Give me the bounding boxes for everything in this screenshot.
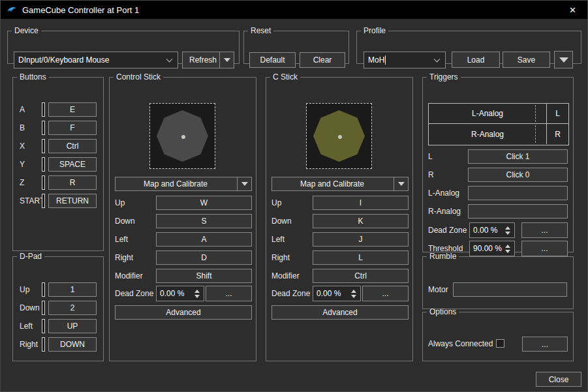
trigger-l-analog-mapping[interactable] [468, 186, 568, 200]
c-stick-right-mapping[interactable]: L [313, 250, 409, 265]
button-a-state-indicator [42, 102, 45, 117]
dpad-up-state-indicator [42, 282, 45, 297]
control-stick-deadzone-label: Dead Zone [115, 286, 153, 301]
button-start-mapping[interactable]: RETURN [48, 194, 97, 208]
control-stick-modifier-label: Modifier [115, 269, 143, 283]
spin-up-icon[interactable] [505, 245, 510, 248]
profile-save-button[interactable]: Save [503, 52, 550, 68]
triggers-group-title: Triggers [427, 72, 461, 82]
c-stick-map-calibrate-button[interactable]: Map and Calibrate [271, 177, 409, 191]
c-stick-up-label: Up [271, 196, 281, 210]
l-digital-indicator: L [546, 104, 568, 123]
control-stick-deadzone-more-button[interactable]: ... [206, 286, 252, 301]
button-x-mapping[interactable]: Ctrl [48, 139, 97, 153]
dpad-down-mapping[interactable]: 2 [48, 301, 97, 315]
c-stick-deadzone-value: 0.00 % [317, 289, 341, 298]
button-z-state-indicator [42, 175, 45, 190]
l-analog-indicator-row: L-Analog L [429, 104, 568, 124]
control-stick-visualizer [149, 103, 215, 169]
dpad-up-mapping[interactable]: 1 [48, 282, 97, 297]
control-stick-left-label: Left [115, 232, 128, 247]
trigger-r-analog-mapping[interactable] [468, 204, 568, 219]
control-stick-modifier-mapping[interactable]: Shift [156, 269, 252, 283]
c-stick-advanced-button[interactable]: Advanced [271, 305, 409, 320]
spin-up-icon[interactable] [194, 290, 200, 293]
close-icon[interactable]: ✕ [558, 1, 587, 19]
trigger-deadzone-spinbox[interactable]: 0.00 % [469, 222, 515, 238]
rumble-motor-mapping[interactable] [453, 282, 567, 297]
button-b-mapping[interactable]: F [48, 121, 97, 135]
profile-group-title: Profile [361, 26, 388, 35]
trigger-analog-indicator: L-Analog L R-Analog R [428, 103, 569, 145]
rumble-motor-label: Motor [428, 282, 448, 297]
default-button[interactable]: Default [249, 52, 296, 68]
clear-button[interactable]: Clear [300, 52, 345, 68]
dpad-right-state-indicator [42, 337, 45, 352]
c-stick-deadzone-more-button[interactable]: ... [362, 286, 409, 301]
trigger-deadzone-value: 0.00 % [473, 226, 497, 235]
control-stick-map-calibrate-button[interactable]: Map and Calibrate [115, 177, 252, 191]
control-stick-group: Control Stick Map and Calibrate Up W Dow… [109, 72, 256, 361]
dpad-group-title: D-Pad [17, 252, 44, 261]
trigger-deadzone-label: Dead Zone [428, 223, 467, 237]
control-stick-position-dot [181, 135, 185, 139]
control-stick-advanced-button[interactable]: Advanced [115, 305, 252, 320]
trigger-l-mapping[interactable]: Click 1 [468, 149, 568, 164]
map-calibrate-dropdown-arrow-icon[interactable] [394, 177, 408, 190]
titlebar: GameCube Controller at Port 1 ✕ [1, 1, 587, 19]
refresh-button[interactable]: Refresh [182, 52, 234, 68]
refresh-dropdown-arrow-icon[interactable] [219, 52, 234, 68]
button-b-label: B [20, 121, 25, 135]
control-stick-up-mapping[interactable]: W [156, 196, 252, 210]
button-start-label: START [20, 194, 44, 208]
c-stick-left-mapping[interactable]: J [313, 232, 409, 247]
control-stick-group-title: Control Stick [114, 72, 163, 82]
spin-down-icon[interactable] [351, 295, 356, 298]
dpad-right-label: Right [20, 337, 38, 352]
c-stick-deadzone-spinbox[interactable]: 0.00 % [313, 286, 361, 301]
options-more-button[interactable]: ... [522, 337, 568, 352]
control-stick-right-mapping[interactable]: D [156, 250, 252, 265]
threshold-marker [535, 105, 536, 122]
reset-group: Reset Default Clear [243, 26, 349, 64]
profile-dropdown-button[interactable] [554, 51, 573, 68]
c-stick-position-dot [338, 135, 342, 139]
dpad-down-label: Down [20, 301, 40, 315]
c-stick-group: C Stick Map and Calibrate Up I Down K Le… [266, 72, 413, 361]
trigger-r-mapping[interactable]: Click 0 [468, 168, 568, 182]
c-stick-group-title: C Stick [270, 72, 300, 82]
always-connected-checkbox[interactable] [496, 339, 504, 348]
dpad-left-mapping[interactable]: UP [48, 319, 97, 333]
spin-up-icon[interactable] [351, 290, 356, 293]
button-z-mapping[interactable]: R [48, 175, 97, 190]
options-group-title: Options [427, 307, 459, 316]
c-stick-modifier-mapping[interactable]: Ctrl [313, 269, 409, 283]
control-stick-down-mapping[interactable]: S [156, 214, 252, 228]
spin-down-icon[interactable] [194, 295, 200, 298]
trigger-deadzone-more-button[interactable]: ... [521, 222, 568, 238]
dpad-right-mapping[interactable]: DOWN [48, 337, 97, 352]
button-y-mapping[interactable]: SPACE [48, 157, 97, 172]
control-stick-right-label: Right [115, 250, 133, 265]
c-stick-down-mapping[interactable]: K [313, 214, 409, 228]
buttons-group: Buttons A E B F X Ctrl Y SPACE Z R START… [12, 72, 104, 251]
profile-load-button[interactable]: Load [452, 52, 500, 68]
spin-down-icon[interactable] [505, 232, 510, 235]
always-connected-label: Always Connected [428, 337, 493, 351]
map-calibrate-dropdown-arrow-icon[interactable] [237, 177, 251, 190]
c-stick-up-mapping[interactable]: I [313, 196, 409, 210]
control-stick-deadzone-spinbox[interactable]: 0.00 % [156, 286, 204, 301]
dpad-group: D-Pad Up 1 Down 2 Left UP Right DOWN [12, 252, 104, 361]
chevron-down-icon [434, 56, 441, 63]
button-a-mapping[interactable]: E [48, 102, 97, 117]
control-stick-up-label: Up [115, 196, 125, 210]
rumble-group-title: Rumble [427, 252, 459, 261]
device-combobox[interactable]: DInput/0/Keyboard Mouse [14, 52, 178, 68]
profile-combobox[interactable]: MoH [364, 52, 446, 68]
r-analog-indicator-row: R-Analog R [429, 124, 568, 144]
spin-up-icon[interactable] [505, 226, 510, 230]
gamecube-controller-dialog: GameCube Controller at Port 1 ✕ Device D… [0, 0, 588, 392]
close-button[interactable]: Close [536, 372, 581, 387]
control-stick-left-mapping[interactable]: A [156, 232, 252, 247]
dolphin-icon [7, 5, 17, 15]
